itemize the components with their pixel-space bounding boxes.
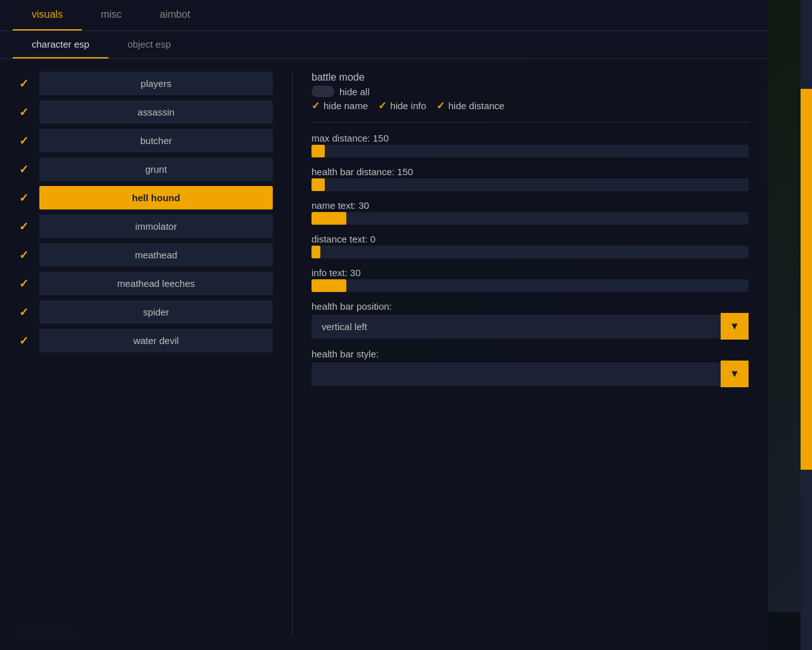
hide-all-row: hide all — [311, 86, 749, 97]
name-text-slider[interactable] — [311, 212, 749, 225]
content-area: ✓ players ✓ assassin ✓ butcher ✓ grunt ✓… — [0, 59, 768, 650]
max-distance-label: max distance: 150 — [311, 133, 749, 143]
check-water-devil: ✓ — [19, 334, 32, 348]
check-players: ✓ — [19, 77, 32, 91]
check-meathead-leeches: ✓ — [19, 277, 32, 291]
entity-label-immolator[interactable]: immolator — [39, 215, 273, 238]
name-text-section: name text: 30 — [311, 200, 749, 225]
entity-water-devil[interactable]: ✓ water devil — [19, 329, 273, 352]
entity-immolator[interactable]: ✓ immolator — [19, 215, 273, 238]
tab-visuals[interactable]: visuals — [13, 0, 82, 30]
entity-grunt[interactable]: ✓ grunt — [19, 157, 273, 181]
max-distance-section: max distance: 150 — [311, 133, 749, 157]
health-bar-distance-fill — [311, 178, 325, 191]
entity-label-water-devil[interactable]: water devil — [39, 329, 273, 352]
entity-label-meathead[interactable]: meathead — [39, 243, 273, 267]
hide-name-label: hide name — [324, 100, 368, 111]
tab-misc[interactable]: misc — [82, 0, 141, 30]
check-hide-info[interactable]: ✓ hide info — [378, 100, 426, 112]
distance-text-label: distance text: 0 — [311, 234, 749, 244]
check-hide-name[interactable]: ✓ hide name — [311, 100, 368, 112]
tab-aimbot[interactable]: aimbot — [141, 0, 209, 30]
entity-hell-hound[interactable]: ✓ hell hound — [19, 186, 273, 209]
entity-label-assassin[interactable]: assassin — [39, 100, 273, 124]
hide-distance-label: hide distance — [449, 100, 504, 111]
entity-label-hell-hound[interactable]: hell hound — [39, 186, 273, 209]
hide-all-toggle[interactable] — [311, 86, 334, 97]
check-hide-distance[interactable]: ✓ hide distance — [436, 100, 504, 112]
info-text-fill — [311, 279, 346, 292]
hide-all-label: hide all — [339, 86, 370, 97]
health-bar-position-dropdown-row: vertical left ▼ — [311, 313, 749, 340]
hide-info-label: hide info — [390, 100, 426, 111]
health-bar-style-label: health bar style: — [311, 348, 749, 359]
distance-text-section: distance text: 0 — [311, 234, 749, 258]
entity-spider[interactable]: ✓ spider — [19, 300, 273, 324]
scrollbar-thumb[interactable] — [801, 89, 812, 470]
sub-tab-bar: character esp object esp — [0, 31, 768, 59]
health-bar-distance-slider[interactable] — [311, 178, 749, 191]
info-text-section: info text: 30 — [311, 267, 749, 292]
check-grunt: ✓ — [19, 162, 32, 176]
check-butcher: ✓ — [19, 134, 32, 148]
tab-object-esp[interactable]: object esp — [108, 31, 190, 58]
entity-label-meathead-leeches[interactable]: meathead leeches — [39, 272, 273, 295]
battle-mode-checks: ✓ hide name ✓ hide info ✓ hide distance — [311, 100, 749, 112]
health-bar-distance-section: health bar distance: 150 — [311, 166, 749, 191]
health-bar-position-section: health bar position: vertical left ▼ — [311, 301, 749, 340]
max-distance-slider[interactable] — [311, 145, 749, 157]
hide-info-checkmark: ✓ — [378, 100, 386, 112]
entity-label-grunt[interactable]: grunt — [39, 157, 273, 181]
health-bar-position-dropdown-arrow[interactable]: ▼ — [721, 313, 749, 340]
hide-distance-checkmark: ✓ — [436, 100, 445, 112]
check-hell-hound: ✓ — [19, 191, 32, 205]
main-panel: visuals misc aimbot character esp object… — [0, 0, 768, 650]
entity-meathead-leeches[interactable]: ✓ meathead leeches — [19, 272, 273, 295]
check-assassin: ✓ — [19, 105, 32, 119]
entity-label-players[interactable]: players — [39, 72, 273, 95]
settings-panel: battle mode hide all ✓ hide name ✓ hide … — [292, 59, 768, 650]
top-tab-bar: visuals misc aimbot — [0, 0, 768, 31]
health-bar-position-label: health bar position: — [311, 301, 749, 312]
health-bar-style-dropdown-arrow[interactable]: ▼ — [721, 361, 749, 387]
distance-text-slider[interactable] — [311, 246, 749, 258]
check-meathead: ✓ — [19, 248, 32, 262]
check-spider: ✓ — [19, 305, 32, 319]
battle-mode-title: battle mode — [311, 72, 749, 83]
entity-meathead[interactable]: ✓ meathead — [19, 243, 273, 267]
name-text-fill — [311, 212, 346, 225]
max-distance-fill — [311, 145, 325, 157]
separator-1 — [311, 122, 749, 123]
health-bar-position-value[interactable]: vertical left — [311, 315, 721, 338]
health-bar-style-section: health bar style: ▼ — [311, 348, 749, 387]
name-text-label: name text: 30 — [311, 200, 749, 211]
info-text-label: info text: 30 — [311, 267, 749, 278]
hide-name-checkmark: ✓ — [311, 100, 320, 112]
health-bar-style-dropdown-row: ▼ — [311, 361, 749, 387]
scrollbar-track — [801, 0, 812, 650]
entity-label-butcher[interactable]: butcher — [39, 129, 273, 152]
check-immolator: ✓ — [19, 220, 32, 234]
entity-label-spider[interactable]: spider — [39, 300, 273, 324]
entity-players[interactable]: ✓ players — [19, 72, 273, 95]
tab-character-esp[interactable]: character esp — [13, 31, 108, 58]
health-bar-style-value[interactable] — [311, 362, 721, 386]
entity-assassin[interactable]: ✓ assassin — [19, 100, 273, 124]
info-text-slider[interactable] — [311, 279, 749, 292]
entity-list: ✓ players ✓ assassin ✓ butcher ✓ grunt ✓… — [0, 59, 292, 650]
distance-text-fill — [311, 246, 320, 258]
health-bar-distance-label: health bar distance: 150 — [311, 166, 749, 177]
battle-mode-section: battle mode hide all ✓ hide name ✓ hide … — [311, 72, 749, 112]
entity-butcher[interactable]: ✓ butcher — [19, 129, 273, 152]
